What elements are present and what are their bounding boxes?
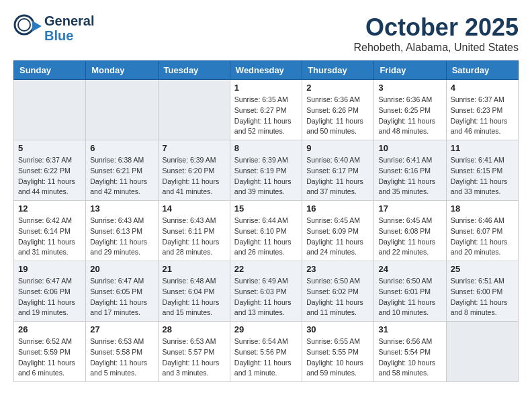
weekday-header-cell: Sunday <box>14 61 86 80</box>
day-info: Sunrise: 6:47 AM Sunset: 6:06 PM Dayligh… <box>18 276 81 318</box>
day-info: Sunrise: 6:36 AM Sunset: 6:25 PM Dayligh… <box>378 95 441 137</box>
day-number: 22 <box>234 264 298 274</box>
day-number: 26 <box>18 324 81 334</box>
day-info: Sunrise: 6:52 AM Sunset: 5:59 PM Dayligh… <box>18 336 81 379</box>
calendar-day-cell: 6Sunrise: 6:38 AM Sunset: 6:21 PM Daylig… <box>86 140 158 201</box>
calendar-day-cell: 9Sunrise: 6:40 AM Sunset: 6:17 PM Daylig… <box>302 140 374 201</box>
day-number: 14 <box>163 203 226 214</box>
page-header: General Blue October 2025 Rehobeth, Alab… <box>13 13 519 54</box>
calendar-day-cell: 24Sunrise: 6:50 AM Sunset: 6:01 PM Dayli… <box>374 261 446 322</box>
calendar-day-cell: 30Sunrise: 6:55 AM Sunset: 5:55 PM Dayli… <box>302 322 374 382</box>
calendar-week-row: 26Sunrise: 6:52 AM Sunset: 5:59 PM Dayli… <box>14 322 519 382</box>
day-number: 29 <box>234 324 298 334</box>
calendar-day-cell: 29Sunrise: 6:54 AM Sunset: 5:56 PM Dayli… <box>230 322 302 382</box>
calendar-day-cell: 16Sunrise: 6:45 AM Sunset: 6:09 PM Dayli… <box>302 201 374 261</box>
calendar-day-cell: 17Sunrise: 6:45 AM Sunset: 6:08 PM Dayli… <box>374 201 446 261</box>
day-info: Sunrise: 6:47 AM Sunset: 6:05 PM Dayligh… <box>90 276 153 318</box>
day-number: 16 <box>306 203 369 214</box>
logo-text-line2: Blue <box>44 28 94 43</box>
logo-text-line1: General <box>44 13 94 28</box>
day-info: Sunrise: 6:39 AM Sunset: 6:20 PM Dayligh… <box>163 155 226 197</box>
day-info: Sunrise: 6:42 AM Sunset: 6:14 PM Dayligh… <box>18 216 81 258</box>
calendar-day-cell: 4Sunrise: 6:37 AM Sunset: 6:23 PM Daylig… <box>446 80 518 140</box>
day-number: 12 <box>18 203 81 214</box>
calendar-body: 1Sunrise: 6:35 AM Sunset: 6:27 PM Daylig… <box>14 80 519 382</box>
day-number: 8 <box>234 143 298 153</box>
calendar-day-cell: 20Sunrise: 6:47 AM Sunset: 6:05 PM Dayli… <box>86 261 158 322</box>
day-info: Sunrise: 6:50 AM Sunset: 6:02 PM Dayligh… <box>306 276 369 318</box>
day-info: Sunrise: 6:54 AM Sunset: 5:56 PM Dayligh… <box>234 336 298 379</box>
calendar-table: SundayMondayTuesdayWednesdayThursdayFrid… <box>13 60 519 382</box>
day-number: 15 <box>234 203 298 214</box>
svg-point-1 <box>18 19 30 31</box>
day-info: Sunrise: 6:37 AM Sunset: 6:22 PM Dayligh… <box>18 155 81 197</box>
calendar-day-cell: 2Sunrise: 6:36 AM Sunset: 6:26 PM Daylig… <box>302 80 374 140</box>
calendar-day-cell <box>86 80 158 140</box>
calendar-day-cell: 23Sunrise: 6:50 AM Sunset: 6:02 PM Dayli… <box>302 261 374 322</box>
svg-marker-2 <box>32 21 42 32</box>
day-number: 3 <box>378 83 441 93</box>
day-number: 2 <box>306 83 369 93</box>
day-number: 25 <box>451 264 514 274</box>
day-number: 24 <box>378 264 441 274</box>
day-info: Sunrise: 6:39 AM Sunset: 6:19 PM Dayligh… <box>234 155 298 197</box>
day-number: 9 <box>306 143 369 153</box>
calendar-day-cell <box>446 322 518 382</box>
calendar-day-cell: 7Sunrise: 6:39 AM Sunset: 6:20 PM Daylig… <box>158 140 230 201</box>
day-number: 28 <box>163 324 226 334</box>
location: Rehobeth, Alabama, United States <box>354 42 519 54</box>
day-info: Sunrise: 6:48 AM Sunset: 6:04 PM Dayligh… <box>163 276 226 318</box>
weekday-header-cell: Saturday <box>446 61 518 80</box>
weekday-header-cell: Friday <box>374 61 446 80</box>
calendar-day-cell: 19Sunrise: 6:47 AM Sunset: 6:06 PM Dayli… <box>14 261 86 322</box>
day-info: Sunrise: 6:45 AM Sunset: 6:08 PM Dayligh… <box>378 216 441 258</box>
day-info: Sunrise: 6:43 AM Sunset: 6:11 PM Dayligh… <box>163 216 226 258</box>
day-number: 13 <box>90 203 153 214</box>
day-number: 23 <box>306 264 369 274</box>
day-info: Sunrise: 6:36 AM Sunset: 6:26 PM Dayligh… <box>306 95 369 137</box>
calendar-day-cell: 21Sunrise: 6:48 AM Sunset: 6:04 PM Dayli… <box>158 261 230 322</box>
calendar-day-cell: 22Sunrise: 6:49 AM Sunset: 6:03 PM Dayli… <box>230 261 302 322</box>
calendar-day-cell: 25Sunrise: 6:51 AM Sunset: 6:00 PM Dayli… <box>446 261 518 322</box>
day-info: Sunrise: 6:38 AM Sunset: 6:21 PM Dayligh… <box>90 155 153 197</box>
day-info: Sunrise: 6:41 AM Sunset: 6:16 PM Dayligh… <box>378 155 441 197</box>
calendar-day-cell: 27Sunrise: 6:53 AM Sunset: 5:58 PM Dayli… <box>86 322 158 382</box>
day-info: Sunrise: 6:40 AM Sunset: 6:17 PM Dayligh… <box>306 155 369 197</box>
day-number: 31 <box>378 324 441 334</box>
day-info: Sunrise: 6:43 AM Sunset: 6:13 PM Dayligh… <box>90 216 153 258</box>
calendar-day-cell: 3Sunrise: 6:36 AM Sunset: 6:25 PM Daylig… <box>374 80 446 140</box>
day-info: Sunrise: 6:50 AM Sunset: 6:01 PM Dayligh… <box>378 276 441 318</box>
day-info: Sunrise: 6:35 AM Sunset: 6:27 PM Dayligh… <box>234 95 298 137</box>
calendar-day-cell <box>14 80 86 140</box>
day-number: 19 <box>18 264 81 274</box>
calendar-week-row: 1Sunrise: 6:35 AM Sunset: 6:27 PM Daylig… <box>14 80 519 140</box>
day-info: Sunrise: 6:37 AM Sunset: 6:23 PM Dayligh… <box>451 95 514 137</box>
day-info: Sunrise: 6:53 AM Sunset: 5:58 PM Dayligh… <box>90 336 153 379</box>
calendar-week-row: 5Sunrise: 6:37 AM Sunset: 6:22 PM Daylig… <box>14 140 519 201</box>
day-info: Sunrise: 6:55 AM Sunset: 5:55 PM Dayligh… <box>306 336 369 379</box>
weekday-header-cell: Thursday <box>302 61 374 80</box>
day-number: 21 <box>163 264 226 274</box>
day-number: 1 <box>234 83 298 93</box>
day-info: Sunrise: 6:51 AM Sunset: 6:00 PM Dayligh… <box>451 276 514 318</box>
day-number: 17 <box>378 203 441 214</box>
calendar-day-cell: 15Sunrise: 6:44 AM Sunset: 6:10 PM Dayli… <box>230 201 302 261</box>
day-info: Sunrise: 6:53 AM Sunset: 5:57 PM Dayligh… <box>163 336 226 379</box>
day-number: 18 <box>451 203 514 214</box>
calendar-day-cell: 18Sunrise: 6:46 AM Sunset: 6:07 PM Dayli… <box>446 201 518 261</box>
weekday-header-cell: Wednesday <box>230 61 302 80</box>
day-info: Sunrise: 6:45 AM Sunset: 6:09 PM Dayligh… <box>306 216 369 258</box>
logo-icon <box>13 14 42 42</box>
day-number: 7 <box>163 143 226 153</box>
calendar-day-cell: 14Sunrise: 6:43 AM Sunset: 6:11 PM Dayli… <box>158 201 230 261</box>
logo: General Blue <box>13 13 94 43</box>
calendar-day-cell: 31Sunrise: 6:56 AM Sunset: 5:54 PM Dayli… <box>374 322 446 382</box>
month-title: October 2025 <box>354 13 519 42</box>
day-info: Sunrise: 6:44 AM Sunset: 6:10 PM Dayligh… <box>234 216 298 258</box>
weekday-header-cell: Tuesday <box>158 61 230 80</box>
calendar-day-cell: 13Sunrise: 6:43 AM Sunset: 6:13 PM Dayli… <box>86 201 158 261</box>
day-number: 20 <box>90 264 153 274</box>
day-info: Sunrise: 6:56 AM Sunset: 5:54 PM Dayligh… <box>378 336 441 379</box>
day-number: 6 <box>90 143 153 153</box>
calendar-week-row: 12Sunrise: 6:42 AM Sunset: 6:14 PM Dayli… <box>14 201 519 261</box>
